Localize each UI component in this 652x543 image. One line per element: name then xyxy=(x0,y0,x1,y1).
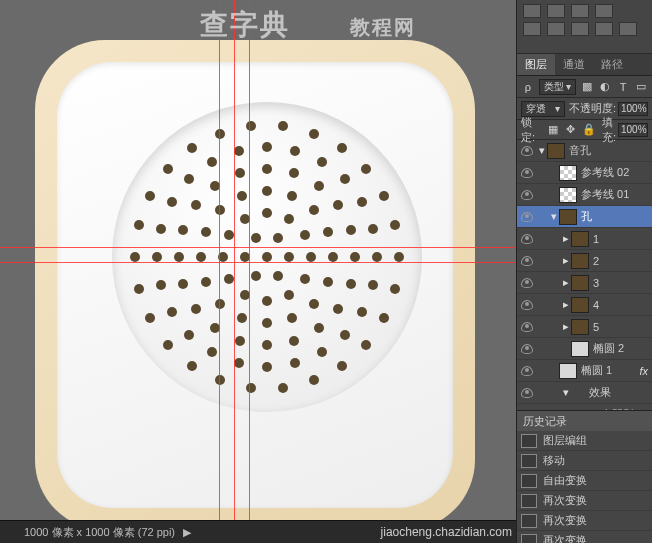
filter-shape-icon[interactable]: ▭ xyxy=(634,80,648,94)
speaker-hole xyxy=(289,168,299,178)
layer-name[interactable]: 效果 xyxy=(589,385,611,400)
align-icon[interactable] xyxy=(523,4,541,18)
character-icon[interactable] xyxy=(595,4,613,18)
layer-row[interactable]: 参考线 01 xyxy=(517,184,652,206)
opacity-input[interactable]: 100% xyxy=(618,102,648,116)
visibility-eye-icon[interactable] xyxy=(521,366,533,376)
layer-name[interactable]: 椭圆 1 xyxy=(581,363,612,378)
tab-channels[interactable]: 通道 xyxy=(555,54,593,75)
speaker-hole xyxy=(196,252,206,262)
speaker-hole xyxy=(156,280,166,290)
disclosure-triangle-icon[interactable]: ▸ xyxy=(561,320,571,333)
masks-icon[interactable] xyxy=(595,22,613,36)
history-item[interactable]: 图层编组 xyxy=(517,431,652,451)
layer-row[interactable]: ▾孔 xyxy=(517,206,652,228)
fx-badge[interactable]: fx xyxy=(639,365,648,377)
guide-vertical-center[interactable] xyxy=(234,0,235,520)
layer-row[interactable]: ▾效果 xyxy=(517,382,652,404)
history-item[interactable]: 再次变换 xyxy=(517,491,652,511)
brush-icon[interactable] xyxy=(547,22,565,36)
layer-row[interactable]: ▸5 xyxy=(517,316,652,338)
speaker-hole xyxy=(163,340,173,350)
layer-name[interactable]: 内阴影 xyxy=(601,407,634,410)
layer-name[interactable]: 参考线 02 xyxy=(581,165,629,180)
history-item[interactable]: 移动 xyxy=(517,451,652,471)
guide-horizontal-center[interactable] xyxy=(0,262,516,263)
lock-all-icon[interactable]: 🔒 xyxy=(582,123,596,137)
speaker-hole xyxy=(234,358,244,368)
history-list[interactable]: 图层编组移动自由变换再次变换再次变换再次变换再次变换 xyxy=(517,431,652,543)
history-item[interactable]: 自由变换 xyxy=(517,471,652,491)
speaker-hole xyxy=(333,200,343,210)
visibility-eye-icon[interactable] xyxy=(521,256,533,266)
disclosure-triangle-icon[interactable]: ▸ xyxy=(561,254,571,267)
layer-name[interactable]: 3 xyxy=(593,277,599,289)
speaker-hole xyxy=(287,313,297,323)
layer-name[interactable]: 孔 xyxy=(581,209,592,224)
filter-adjust-icon[interactable]: ◐ xyxy=(598,80,612,94)
visibility-eye-icon[interactable] xyxy=(521,300,533,310)
layer-name[interactable]: 4 xyxy=(593,299,599,311)
visibility-eye-icon[interactable] xyxy=(521,234,533,244)
speaker-hole xyxy=(184,330,194,340)
tab-paths[interactable]: 路径 xyxy=(593,54,631,75)
visibility-eye-icon[interactable] xyxy=(521,168,533,178)
filter-icon[interactable]: ρ xyxy=(521,80,535,94)
visibility-eye-icon[interactable] xyxy=(521,212,533,222)
icon-wood-frame xyxy=(35,40,475,530)
layer-name[interactable]: 参考线 01 xyxy=(581,187,629,202)
speaker-hole xyxy=(340,330,350,340)
chevron-right-icon[interactable]: ▶ xyxy=(183,526,191,539)
visibility-eye-icon[interactable] xyxy=(521,344,533,354)
adjustments-icon[interactable] xyxy=(523,22,541,36)
layer-row[interactable]: ▾音孔 xyxy=(517,140,652,162)
lock-position-icon[interactable]: ✥ xyxy=(565,123,576,137)
layer-row[interactable]: ▸1 xyxy=(517,228,652,250)
layer-name[interactable]: 1 xyxy=(593,233,599,245)
filter-type-dropdown[interactable]: 类型▾ xyxy=(539,79,576,95)
guide-horizontal-2[interactable] xyxy=(0,247,516,248)
filter-text-icon[interactable]: T xyxy=(616,80,630,94)
layer-name[interactable]: 椭圆 2 xyxy=(593,341,624,356)
disclosure-triangle-icon[interactable]: ▾ xyxy=(549,210,559,223)
disclosure-triangle-icon[interactable]: ▾ xyxy=(537,144,547,157)
history-item[interactable]: 再次变换 xyxy=(517,531,652,543)
layer-row[interactable]: ▸4 xyxy=(517,294,652,316)
disclosure-triangle-icon[interactable]: ▸ xyxy=(561,232,571,245)
visibility-eye-icon[interactable] xyxy=(521,388,533,398)
styles-icon[interactable] xyxy=(571,4,589,18)
swatches-icon[interactable] xyxy=(547,4,565,18)
fill-input[interactable]: 100% xyxy=(618,123,648,137)
folder-icon xyxy=(559,209,577,225)
disclosure-triangle-icon[interactable]: ▾ xyxy=(561,386,571,399)
info-icon[interactable] xyxy=(619,22,637,36)
speaker-hole xyxy=(262,340,272,350)
paragraph-icon[interactable] xyxy=(571,22,589,36)
layer-row[interactable]: ▸2 xyxy=(517,250,652,272)
filter-pixel-icon[interactable]: ▩ xyxy=(580,80,594,94)
visibility-eye-icon[interactable] xyxy=(521,278,533,288)
layer-row[interactable]: 内阴影 xyxy=(517,404,652,410)
layer-name[interactable]: 2 xyxy=(593,255,599,267)
guide-vertical-2[interactable] xyxy=(249,0,250,520)
layer-name[interactable]: 音孔 xyxy=(569,143,591,158)
layer-row[interactable]: 椭圆 2 xyxy=(517,338,652,360)
layers-tree[interactable]: ▾音孔参考线 02参考线 01▾孔▸1▸2▸3▸4▸5椭圆 2椭圆 1fx▾效果… xyxy=(517,140,652,410)
visibility-eye-icon[interactable] xyxy=(521,410,533,411)
history-panel-title[interactable]: 历史记录 xyxy=(517,411,652,431)
canvas-area[interactable]: 查字典教程网 xyxy=(0,0,516,520)
visibility-eye-icon[interactable] xyxy=(521,146,533,156)
layer-name[interactable]: 5 xyxy=(593,321,599,333)
guide-vertical-3[interactable] xyxy=(219,0,220,520)
disclosure-triangle-icon[interactable]: ▸ xyxy=(561,298,571,311)
tab-layers[interactable]: 图层 xyxy=(517,54,555,75)
layer-row[interactable]: 椭圆 1fx xyxy=(517,360,652,382)
visibility-eye-icon[interactable] xyxy=(521,322,533,332)
visibility-eye-icon[interactable] xyxy=(521,190,533,200)
lock-pixels-icon[interactable]: ▦ xyxy=(547,123,558,137)
speaker-hole xyxy=(394,252,404,262)
layer-row[interactable]: ▸3 xyxy=(517,272,652,294)
history-item[interactable]: 再次变换 xyxy=(517,511,652,531)
layer-row[interactable]: 参考线 02 xyxy=(517,162,652,184)
disclosure-triangle-icon[interactable]: ▸ xyxy=(561,276,571,289)
